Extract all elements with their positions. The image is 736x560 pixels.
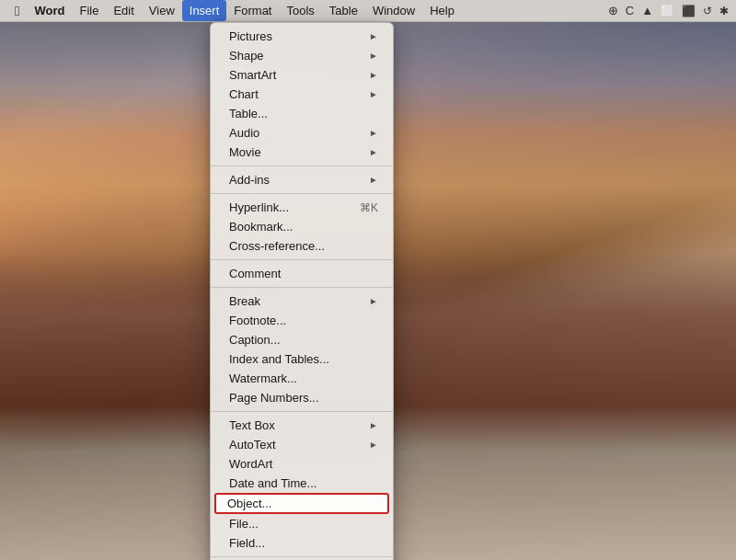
menu-file[interactable]: File xyxy=(72,0,106,21)
menu-item-crossref[interactable]: Cross-reference... xyxy=(211,236,393,256)
menu-item-wordart[interactable]: WordArt xyxy=(211,454,393,474)
separator-4 xyxy=(211,287,393,288)
menu-insert[interactable]: Insert xyxy=(182,0,227,21)
separator-2 xyxy=(211,193,393,194)
menu-item-caption[interactable]: Caption... xyxy=(211,330,393,349)
menu-item-addins[interactable]: Add-ins ► xyxy=(211,170,393,189)
menu-item-smartart[interactable]: SmartArt ► xyxy=(211,65,393,85)
menu-item-footnote[interactable]: Footnote... xyxy=(211,311,393,330)
separator-1 xyxy=(211,166,393,166)
menu-word[interactable]: Word xyxy=(27,0,72,21)
menu-item-pictures[interactable]: Pictures ► xyxy=(211,27,393,46)
menu-table[interactable]: Table xyxy=(322,0,365,21)
cast-icon[interactable]: C xyxy=(626,4,634,17)
menu-bar-right: ⊕ C ▲ ⬜ ⬛ ↺ ✱ xyxy=(608,4,729,17)
menu-help[interactable]: Help xyxy=(422,0,462,21)
separator-3 xyxy=(211,259,393,260)
menu-view[interactable]: View xyxy=(142,0,182,21)
menu-item-page-numbers[interactable]: Page Numbers... xyxy=(211,388,393,407)
arrow-icon: ► xyxy=(369,70,378,80)
time-machine-icon[interactable]: ↺ xyxy=(703,5,712,17)
menu-item-hyperlink[interactable]: Hyperlink... ⌘K xyxy=(211,198,393,217)
arrow-icon: ► xyxy=(369,31,378,41)
arrow-icon: ► xyxy=(369,440,378,450)
menu-item-chart[interactable]: Chart ► xyxy=(211,85,393,104)
menu-item-shape[interactable]: Shape ► xyxy=(211,46,393,65)
separator-6 xyxy=(211,556,393,557)
notification-icon[interactable]: ⊕ xyxy=(608,4,618,17)
menu-tools[interactable]: Tools xyxy=(279,0,321,21)
shortcut-label: ⌘K xyxy=(360,201,378,214)
menu-item-textbox[interactable]: Text Box ► xyxy=(211,416,393,435)
apple-logo-icon:  xyxy=(15,3,19,18)
arrow-icon: ► xyxy=(369,175,378,185)
airplay-icon[interactable]: ⬜ xyxy=(661,5,674,17)
menu-item-autotext[interactable]: AutoText ► xyxy=(211,435,393,454)
menu-edit[interactable]: Edit xyxy=(106,0,141,21)
upload-icon[interactable]: ▲ xyxy=(641,4,653,17)
menu-item-movie[interactable]: Movie ► xyxy=(211,143,393,162)
menu-item-break[interactable]: Break ► xyxy=(211,291,393,311)
menu-item-object[interactable]: Object... xyxy=(214,493,389,514)
arrow-icon: ► xyxy=(369,296,378,306)
menu-item-date-time[interactable]: Date and Time... xyxy=(211,474,393,493)
menu-item-index-tables[interactable]: Index and Tables... xyxy=(211,349,393,369)
menu-item-audio[interactable]: Audio ► xyxy=(211,123,393,143)
arrow-icon: ► xyxy=(369,420,378,430)
arrow-icon: ► xyxy=(369,89,378,99)
separator-5 xyxy=(211,411,393,412)
menu-item-bookmark[interactable]: Bookmark... xyxy=(211,217,393,236)
arrow-icon: ► xyxy=(369,147,378,157)
menu-bar:  Word File Edit View Insert Format Tool… xyxy=(0,0,736,22)
menu-format[interactable]: Format xyxy=(226,0,279,21)
bluetooth-icon[interactable]: ✱ xyxy=(719,5,729,17)
menu-item-field[interactable]: Field... xyxy=(211,533,393,553)
menu-item-watermark[interactable]: Watermark... xyxy=(211,369,393,388)
menu-item-file[interactable]: File... xyxy=(211,514,393,533)
insert-dropdown-menu: Pictures ► Shape ► SmartArt ► Chart ► Ta… xyxy=(210,22,394,560)
menu-window[interactable]: Window xyxy=(365,0,422,21)
apple-menu[interactable]:  xyxy=(7,0,27,21)
menu-item-comment[interactable]: Comment xyxy=(211,264,393,283)
menu-item-table[interactable]: Table... xyxy=(211,104,393,123)
display-icon[interactable]: ⬛ xyxy=(682,5,696,17)
arrow-icon: ► xyxy=(369,51,378,61)
arrow-icon: ► xyxy=(369,128,378,138)
